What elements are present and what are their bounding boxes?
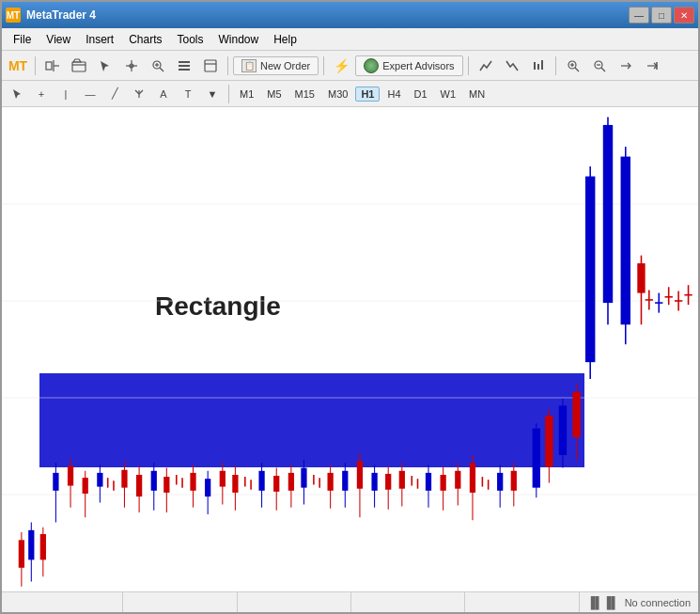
chart-area[interactable]: Rectangle: [2, 107, 698, 591]
chart-type-btn[interactable]: [526, 55, 551, 77]
svg-rect-73: [301, 468, 306, 488]
svg-rect-16: [534, 62, 536, 70]
crosshair-btn[interactable]: [119, 55, 144, 77]
expert-advisors-label: Expert Advisors: [382, 60, 454, 71]
svg-rect-14: [205, 60, 216, 71]
svg-rect-18: [541, 60, 543, 70]
svg-rect-17: [537, 64, 539, 70]
svg-rect-61: [220, 471, 226, 487]
svg-rect-107: [545, 416, 552, 467]
svg-rect-103: [511, 471, 517, 491]
period-h4[interactable]: H4: [381, 87, 406, 102]
svg-rect-105: [533, 429, 540, 488]
maximize-button[interactable]: □: [651, 7, 672, 24]
period-mn[interactable]: MN: [463, 87, 490, 102]
text-label-btn[interactable]: T: [177, 84, 199, 104]
title-buttons: — □ ✕: [629, 7, 694, 24]
vertical-line-btn[interactable]: |: [54, 84, 77, 104]
svg-rect-109: [559, 405, 567, 455]
chart-svg: [2, 107, 698, 591]
menu-tools[interactable]: Tools: [170, 31, 211, 48]
status-seg-5: [465, 592, 579, 612]
status-bar: ▐▌▐▌ No connection: [2, 591, 698, 612]
svg-rect-59: [205, 479, 210, 496]
svg-rect-133: [40, 534, 46, 559]
text-tool-btn[interactable]: A: [152, 84, 175, 104]
chart-shift-btn[interactable]: [614, 55, 638, 77]
menu-charts[interactable]: Charts: [121, 31, 169, 48]
app-icon: MT: [6, 8, 21, 23]
cursor-tool-btn[interactable]: [6, 84, 28, 104]
new-order-label: New Order: [260, 60, 310, 71]
pitchfork-btn[interactable]: [128, 84, 150, 104]
title-bar: MT MetaTrader 4 — □ ✕: [2, 2, 698, 28]
properties-btn[interactable]: [172, 55, 196, 77]
template-btn[interactable]: [198, 55, 223, 77]
sep3: [323, 56, 324, 75]
menu-help[interactable]: Help: [266, 31, 304, 48]
trendline-btn[interactable]: ╱: [103, 84, 126, 104]
arrow-btn[interactable]: ▼: [201, 84, 224, 104]
app-logo-btn[interactable]: MT: [6, 55, 30, 77]
svg-rect-37: [53, 473, 58, 491]
autoscroll-btn[interactable]: [640, 55, 664, 77]
close-button[interactable]: ✕: [674, 7, 694, 24]
zoom-in-btn[interactable]: [146, 55, 170, 77]
expert-advisors-btn[interactable]: Expert Advisors: [355, 55, 462, 76]
signal-btn[interactable]: ⚡: [329, 55, 353, 77]
svg-rect-41: [83, 478, 88, 494]
period-d1[interactable]: D1: [409, 87, 433, 102]
svg-line-30: [135, 90, 139, 94]
svg-rect-85: [385, 474, 391, 490]
window-title: MetaTrader 4: [26, 8, 96, 22]
horizontal-line-btn[interactable]: —: [79, 84, 101, 104]
period-m5[interactable]: M5: [261, 87, 287, 102]
svg-rect-69: [273, 476, 279, 492]
svg-rect-39: [68, 466, 73, 486]
main-window: MT MetaTrader 4 — □ ✕ File View Insert C…: [0, 0, 700, 614]
svg-rect-3: [72, 62, 86, 71]
period-m1[interactable]: M1: [234, 87, 259, 102]
status-seg-2: [123, 592, 237, 612]
svg-rect-117: [621, 157, 630, 325]
toolbar2: + | — ╱ A T ▼ M1 M5 M15 M30 H1 H4 D1 W1 …: [2, 81, 698, 107]
sep-period: [228, 85, 229, 103]
menu-window[interactable]: Window: [211, 31, 267, 48]
signal-bars-icon: ▐▌▐▌: [587, 596, 619, 609]
svg-rect-95: [455, 471, 460, 489]
period-w1[interactable]: W1: [435, 87, 462, 102]
svg-rect-79: [342, 471, 348, 491]
period-m30[interactable]: M30: [322, 87, 353, 102]
svg-line-31: [139, 90, 143, 94]
chart-down-btn[interactable]: [500, 55, 524, 77]
menu-file[interactable]: File: [6, 31, 39, 48]
new-chart-btn[interactable]: [40, 55, 65, 77]
period-m15[interactable]: M15: [289, 87, 320, 102]
svg-rect-12: [179, 65, 190, 67]
svg-rect-135: [19, 540, 24, 567]
svg-rect-47: [121, 470, 127, 488]
menu-view[interactable]: View: [39, 31, 78, 48]
zoom-magnify-btn[interactable]: [561, 55, 585, 77]
connection-status: No connection: [625, 597, 691, 608]
zoom-out-btn[interactable]: [587, 55, 612, 77]
sep2: [227, 56, 228, 75]
svg-line-24: [601, 68, 605, 71]
svg-rect-13: [179, 69, 190, 71]
period-h1[interactable]: H1: [355, 87, 380, 102]
svg-rect-43: [97, 473, 102, 487]
svg-rect-77: [327, 473, 333, 491]
svg-rect-11: [179, 61, 190, 63]
chart-up-btn[interactable]: [474, 55, 498, 77]
svg-line-8: [160, 68, 163, 71]
minimize-button[interactable]: —: [629, 7, 649, 24]
cursor-btn[interactable]: [93, 55, 117, 77]
status-seg-4: [351, 592, 465, 612]
svg-rect-63: [232, 475, 238, 493]
new-order-btn[interactable]: 📋 New Order: [233, 56, 319, 75]
crosshair-tool-btn[interactable]: +: [30, 84, 53, 104]
sep1: [35, 56, 36, 75]
menu-insert[interactable]: Insert: [78, 31, 121, 48]
svg-rect-57: [190, 473, 195, 491]
open-btn[interactable]: [67, 55, 91, 77]
